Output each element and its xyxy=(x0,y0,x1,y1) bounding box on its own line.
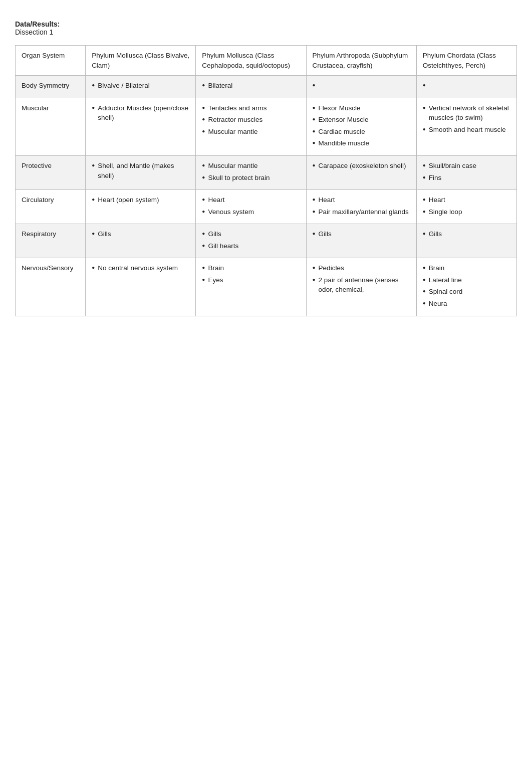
list-item xyxy=(423,81,510,89)
list-item: Heart xyxy=(202,195,300,205)
dissection-table: Organ System Phylum Mollusca (Class Biva… xyxy=(15,45,517,316)
list-item: Pedicles xyxy=(313,263,410,273)
data-cell-col1: Heart (open system) xyxy=(86,190,196,224)
data-cell-col3: Pedicles2 pair of antennae (senses odor,… xyxy=(306,258,416,316)
header-section: Data/Results: Dissection 1 xyxy=(15,20,517,36)
list-item: Heart xyxy=(313,195,410,205)
list-item: Brain xyxy=(423,263,510,273)
data-cell-col3: Carapace (exoskeleton shell) xyxy=(306,155,416,189)
list-item: Shell, and Mantle (makes shell) xyxy=(92,161,189,180)
organ-system-cell: Protective xyxy=(16,155,86,189)
list-item: Bilateral xyxy=(202,81,300,91)
col-header-arthropoda: Phylum Arthropoda (Subphylum Crustacea, … xyxy=(306,46,416,76)
data-cell-col1: No central nervous system xyxy=(86,258,196,316)
data-cell-col3 xyxy=(306,76,416,98)
list-item: Smooth and heart muscle xyxy=(423,125,510,135)
data-cell-col2: BrainEyes xyxy=(196,258,306,316)
data-cell-col2: Muscular mantleSkull to protect brain xyxy=(196,155,306,189)
organ-system-cell: Respiratory xyxy=(16,224,86,258)
data-cell-col1: Shell, and Mantle (makes shell) xyxy=(86,155,196,189)
data-cell-col2: HeartVenous system xyxy=(196,190,306,224)
data-cell-col1: Gills xyxy=(86,224,196,258)
data-cell-col2: GillsGill hearts xyxy=(196,224,306,258)
list-item: Single loop xyxy=(423,207,510,217)
list-item: Muscular mantle xyxy=(202,161,300,171)
table-row: ProtectiveShell, and Mantle (makes shell… xyxy=(16,155,517,189)
list-item: Cardiac muscle xyxy=(313,127,410,137)
list-item: Fins xyxy=(423,173,510,183)
list-item: Gills xyxy=(92,229,189,239)
list-item: Tentacles and arms xyxy=(202,103,300,113)
col-header-chordata: Phylum Chordata (Class Osteichthyes, Per… xyxy=(416,46,516,76)
data-cell-col1: Adductor Muscles (open/close shell) xyxy=(86,98,196,155)
list-item: Adductor Muscles (open/close shell) xyxy=(92,103,189,123)
table-row: Nervous/SensoryNo central nervous system… xyxy=(16,258,517,316)
data-cell-col4: HeartSingle loop xyxy=(416,190,516,224)
list-item: Extensor Muscle xyxy=(313,115,410,125)
list-item: Skull/brain case xyxy=(423,161,510,171)
list-item: Eyes xyxy=(202,275,300,285)
list-item: Skull to protect brain xyxy=(202,173,300,183)
header-title: Data/Results: xyxy=(15,20,517,28)
table-header-row: Organ System Phylum Mollusca (Class Biva… xyxy=(16,46,517,76)
organ-system-cell: Muscular xyxy=(16,98,86,155)
list-item: Mandible muscle xyxy=(313,138,410,148)
table-row: CirculatoryHeart (open system)HeartVenou… xyxy=(16,190,517,224)
organ-system-cell: Body Symmetry xyxy=(16,76,86,98)
list-item: Retractor muscles xyxy=(202,115,300,125)
data-cell-col4: BrainLateral lineSpinal cordNeura xyxy=(416,258,516,316)
table-row: Body SymmetryBivalve / BilateralBilatera… xyxy=(16,76,517,98)
data-cell-col3: HeartPair maxillary/antennal glands xyxy=(306,190,416,224)
header-subtitle: Dissection 1 xyxy=(15,28,517,36)
data-cell-col1: Bivalve / Bilateral xyxy=(86,76,196,98)
list-item: Gills xyxy=(313,229,410,239)
list-item: 2 pair of antennae (senses odor, chemica… xyxy=(313,275,410,295)
data-cell-col3: Flexor MuscleExtensor MuscleCardiac musc… xyxy=(306,98,416,155)
data-cell-col3: Gills xyxy=(306,224,416,258)
list-item: Bivalve / Bilateral xyxy=(92,81,189,91)
list-item: Vertical network of skeletal muscles (to… xyxy=(423,103,510,123)
list-item xyxy=(313,81,410,89)
data-cell-col2: Bilateral xyxy=(196,76,306,98)
list-item: Muscular mantle xyxy=(202,127,300,137)
list-item: Heart xyxy=(423,195,510,205)
data-cell-col4: Gills xyxy=(416,224,516,258)
col-header-organ: Organ System xyxy=(16,46,86,76)
data-cell-col4: Vertical network of skeletal muscles (to… xyxy=(416,98,516,155)
list-item: Heart (open system) xyxy=(92,195,189,205)
data-cell-col4 xyxy=(416,76,516,98)
list-item: Spinal cord xyxy=(423,287,510,297)
list-item: Pair maxillary/antennal glands xyxy=(313,207,410,217)
list-item: No central nervous system xyxy=(92,263,189,273)
table-row: MuscularAdductor Muscles (open/close she… xyxy=(16,98,517,155)
list-item: Gills xyxy=(202,229,300,239)
list-item: Neura xyxy=(423,299,510,309)
list-item: Venous system xyxy=(202,207,300,217)
data-cell-col4: Skull/brain caseFins xyxy=(416,155,516,189)
col-header-cephalopoda: Phylum Mollusca (Class Cephalopoda, squi… xyxy=(196,46,306,76)
list-item: Lateral line xyxy=(423,275,510,285)
list-item: Brain xyxy=(202,263,300,273)
col-header-bivalve: Phylum Mollusca (Class Bivalve, Clam) xyxy=(86,46,196,76)
data-cell-col2: Tentacles and armsRetractor musclesMuscu… xyxy=(196,98,306,155)
list-item: Gill hearts xyxy=(202,241,300,251)
organ-system-cell: Nervous/Sensory xyxy=(16,258,86,316)
organ-system-cell: Circulatory xyxy=(16,190,86,224)
list-item: Flexor Muscle xyxy=(313,103,410,113)
table-row: RespiratoryGillsGillsGill heartsGillsGil… xyxy=(16,224,517,258)
list-item: Carapace (exoskeleton shell) xyxy=(313,161,410,171)
list-item: Gills xyxy=(423,229,510,239)
